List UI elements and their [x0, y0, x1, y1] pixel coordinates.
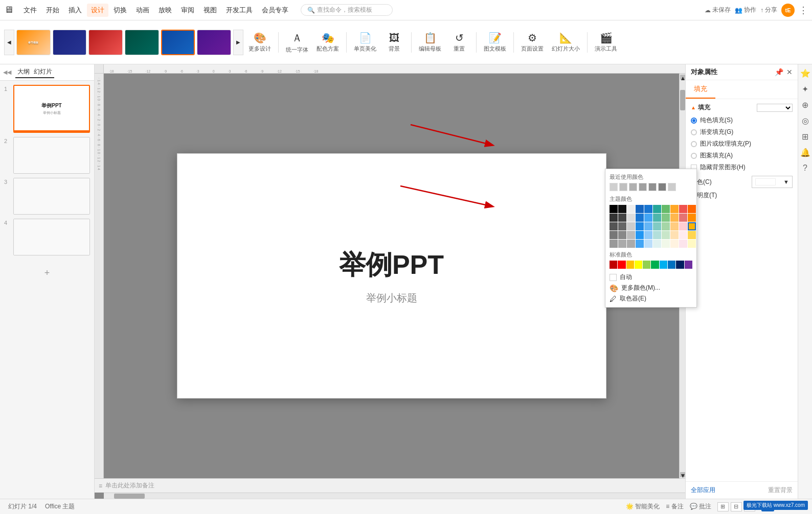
unsaved-btn[interactable]: ☁ 未保存 — [705, 6, 731, 14]
recent-color-1[interactable] — [610, 183, 618, 191]
std-color-9[interactable] — [676, 261, 684, 269]
template-thumb-1[interactable]: 春节模板 — [16, 30, 51, 55]
theme-color-2-0[interactable] — [610, 222, 618, 230]
scroll-thumb[interactable] — [680, 90, 685, 110]
theme-color-4-1[interactable] — [618, 240, 626, 248]
fill-option-pattern[interactable]: 图案填充(A) — [691, 151, 793, 160]
std-color-1[interactable] — [610, 261, 617, 269]
theme-color-2-3[interactable] — [636, 222, 644, 230]
far-right-icon-7[interactable]: ? — [803, 163, 807, 173]
scroll-down-btn[interactable]: ▼ — [680, 472, 685, 477]
radio-picture[interactable] — [691, 141, 697, 147]
theme-color-1-3[interactable] — [636, 214, 644, 222]
theme-color-3-2[interactable] — [627, 231, 635, 239]
slide-thumb-4[interactable] — [13, 219, 90, 255]
menu-start[interactable]: 开始 — [42, 4, 63, 17]
theme-color-0-7[interactable] — [670, 205, 679, 213]
std-color-10[interactable] — [685, 261, 692, 269]
theme-color-0-8[interactable] — [679, 205, 687, 213]
theme-color-3-6[interactable] — [662, 231, 670, 239]
theme-color-1-7[interactable] — [670, 214, 679, 222]
unify-font-section[interactable]: Ａ 统一字体 — [283, 29, 311, 56]
notes-status[interactable]: ≡ 备注 — [666, 502, 683, 511]
theme-color-2-4[interactable] — [644, 222, 652, 230]
slide-item-2[interactable]: 2 — [4, 137, 90, 174]
theme-color-3-8[interactable] — [679, 231, 687, 239]
menu-view[interactable]: 视图 — [199, 4, 221, 17]
recent-color-3[interactable] — [629, 183, 637, 191]
menu-member[interactable]: 会员专享 — [258, 4, 292, 17]
slide-item-1[interactable]: 1 举例PPT 举例小标题 — [4, 85, 90, 133]
menu-insert[interactable]: 插入 — [64, 4, 86, 17]
tab-slides[interactable]: 幻灯片 — [32, 66, 54, 78]
theme-color-0-5[interactable] — [653, 205, 661, 213]
slide-thumb-1[interactable]: 举例PPT 举例小标题 — [13, 85, 90, 133]
color-dropdown[interactable]: ▼ — [752, 176, 793, 188]
collapse-icon[interactable]: ◀◀ — [3, 69, 11, 76]
reset-bg-btn[interactable]: 重置背景 — [768, 486, 793, 495]
template-thumb-4[interactable] — [125, 30, 159, 55]
comments-status[interactable]: 💬 批注 — [690, 502, 711, 511]
theme-color-4-5[interactable] — [653, 240, 661, 248]
reset-section[interactable]: ↺ 重置 — [446, 30, 472, 55]
theme-color-4-8[interactable] — [679, 240, 687, 248]
theme-color-2-6[interactable] — [662, 222, 670, 230]
pin-icon[interactable]: 📌 — [775, 68, 783, 76]
single-page-section[interactable]: 📄 单页美化 — [351, 30, 379, 55]
close-icon[interactable]: ✕ — [786, 68, 793, 76]
menu-play[interactable]: 放映 — [154, 4, 176, 17]
theme-color-4-9[interactable] — [688, 240, 696, 248]
theme-color-3-7[interactable] — [670, 231, 679, 239]
theme-color-1-6[interactable] — [662, 214, 670, 222]
theme-color-4-0[interactable] — [610, 240, 618, 248]
auto-option[interactable]: 自动 — [610, 273, 692, 282]
theme-color-4-3[interactable] — [636, 240, 644, 248]
radio-pattern[interactable] — [691, 153, 697, 159]
far-right-icon-2[interactable]: ✦ — [802, 84, 808, 94]
radio-gradient[interactable] — [691, 129, 697, 135]
radio-solid[interactable] — [691, 118, 697, 124]
template-thumb-6[interactable] — [197, 30, 231, 55]
scroll-left-btn[interactable]: ◀ — [4, 30, 14, 55]
auto-checkbox[interactable] — [610, 274, 617, 281]
theme-color-1-0[interactable] — [610, 214, 618, 222]
theme-color-1-5[interactable] — [653, 214, 661, 222]
scroll-right-btn[interactable]: ▶ — [233, 30, 243, 55]
slide-thumb-2[interactable] — [13, 137, 90, 174]
menu-animation[interactable]: 动画 — [132, 4, 153, 17]
fill-option-gradient[interactable]: 渐变填充(G) — [691, 128, 793, 136]
std-color-8[interactable] — [668, 261, 675, 269]
eyedropper-option[interactable]: 🖊 取色器(E) — [610, 294, 692, 303]
menu-design[interactable]: 设计 — [87, 4, 108, 17]
theme-color-0-0[interactable] — [610, 205, 618, 213]
horizontal-scrollbar[interactable] — [104, 493, 685, 499]
theme-color-2-7[interactable] — [670, 222, 679, 230]
background-section[interactable]: 🖼 背景 — [381, 30, 407, 55]
theme-color-0-4[interactable] — [644, 205, 652, 213]
fill-tab[interactable]: 填充 — [686, 80, 715, 99]
recent-color-2[interactable] — [619, 183, 627, 191]
theme-color-2-8[interactable] — [679, 222, 687, 230]
menu-transition[interactable]: 切换 — [109, 4, 131, 17]
present-tools-section[interactable]: 🎬 演示工具 — [592, 30, 620, 55]
tab-outline[interactable]: 大纲 — [15, 66, 32, 78]
scroll-up-btn[interactable]: ▲ — [680, 75, 685, 80]
smart-beautify-status[interactable]: 🌟 智能美化 — [626, 502, 660, 511]
editor-section[interactable]: 📋 编辑母板 — [416, 30, 444, 55]
theme-color-3-0[interactable] — [610, 231, 618, 239]
notes-bar[interactable]: ≡ 单击此处添加备注 — [95, 478, 685, 493]
add-slide-btn[interactable]: + — [0, 264, 94, 283]
std-color-7[interactable] — [660, 261, 667, 269]
more-designs-section[interactable]: 🎨 更多设计 — [245, 30, 274, 55]
theme-color-0-1[interactable] — [618, 205, 626, 213]
far-right-icon-5[interactable]: ⊞ — [802, 132, 808, 142]
apply-all-btn[interactable]: 全部应用 — [691, 486, 715, 495]
std-color-4[interactable] — [635, 261, 642, 269]
fill-type-dropdown[interactable] — [757, 104, 793, 112]
template-thumb-2[interactable] — [53, 30, 87, 55]
scroll-hthumb[interactable] — [114, 494, 145, 499]
theme-color-1-2[interactable] — [627, 214, 635, 222]
recent-color-7[interactable] — [668, 183, 676, 191]
color-scheme-section[interactable]: 🎭 配色方案 — [313, 30, 342, 55]
far-right-icon-4[interactable]: ◎ — [802, 116, 809, 126]
